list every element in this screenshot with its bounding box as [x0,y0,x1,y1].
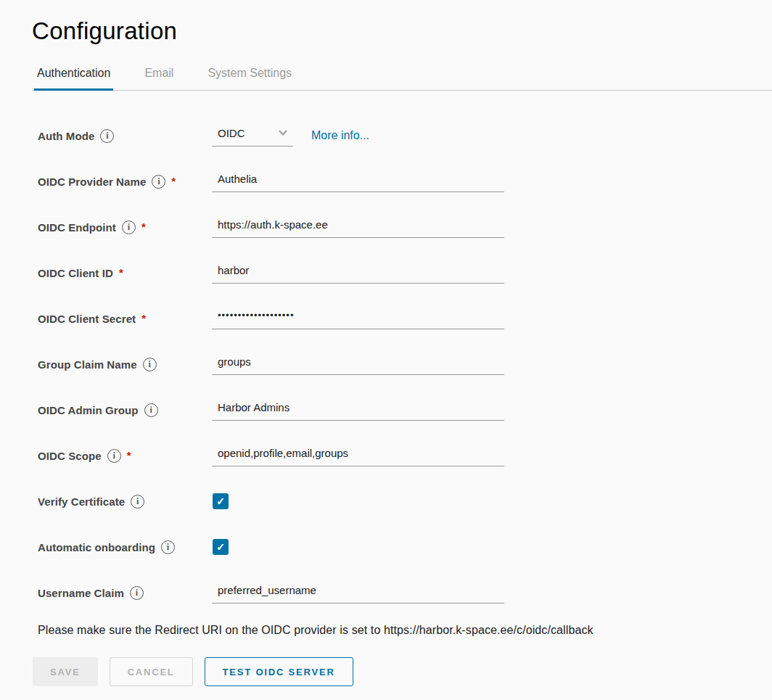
oidc-endpoint-label: OIDC Endpoint [38,221,116,234]
required-marker: * [171,173,176,189]
page-title: Configuration [32,17,772,45]
info-icon[interactable]: i [122,221,136,234]
info-icon[interactable]: i [144,403,158,417]
tab-email[interactable]: Email [141,65,176,90]
auth-settings-form: Auth Mode i OIDC More info... OIDC Provi… [32,121,772,686]
verify-certificate-label: Verify Certificate [38,495,125,508]
form-row-oidc-client-secret: OIDC Client Secret * [32,304,772,333]
required-marker: * [119,265,123,281]
oidc-provider-name-input[interactable] [212,171,504,192]
form-row-oidc-client-id: OIDC Client ID * [32,258,772,287]
auth-mode-select[interactable]: OIDC [212,125,293,147]
verify-certificate-checkbox[interactable]: ✓ [213,493,229,509]
chevron-down-icon [279,127,287,135]
info-icon[interactable]: i [107,449,121,463]
info-icon[interactable]: i [143,358,157,371]
form-row-auth-mode: Auth Mode i OIDC More info... [32,121,772,150]
tab-authentication[interactable]: Authentication [34,65,113,90]
username-claim-label: Username Claim [38,587,124,599]
cancel-button[interactable]: CANCEL [110,657,193,686]
oidc-admin-group-input[interactable] [212,400,504,421]
tab-bar: Authentication Email System Settings [32,65,772,91]
redirect-uri-note: Please make sure the Redirect URI on the… [38,624,772,637]
required-marker: * [127,448,131,464]
save-button[interactable]: SAVE [33,657,98,686]
required-marker: * [141,310,146,326]
tab-system-settings[interactable]: System Settings [205,65,295,90]
username-claim-input[interactable] [212,582,504,604]
oidc-provider-name-label: OIDC Provider Name [38,176,146,188]
form-row-oidc-endpoint: OIDC Endpoint i * [32,213,772,242]
oidc-client-id-label: OIDC Client ID [38,267,113,279]
more-info-link[interactable]: More info... [311,129,369,142]
action-buttons: SAVE CANCEL TEST OIDC SERVER [33,657,772,686]
info-icon[interactable]: i [130,586,144,600]
form-row-oidc-admin-group: OIDC Admin Group i [32,395,772,424]
info-icon[interactable]: i [152,175,165,189]
oidc-scope-input[interactable] [212,445,504,466]
group-claim-name-label: Group Claim Name [38,358,137,371]
oidc-client-secret-input[interactable] [212,308,504,329]
auth-mode-selected-value: OIDC [218,127,245,139]
automatic-onboarding-label: Automatic onboarding [38,541,155,553]
oidc-endpoint-input[interactable] [212,217,504,238]
form-row-automatic-onboarding: Automatic onboarding i ✓ [32,532,772,561]
group-claim-name-input[interactable] [212,354,504,375]
oidc-client-id-input[interactable] [212,263,504,284]
form-row-verify-certificate: Verify Certificate i ✓ [32,487,772,516]
info-icon[interactable]: i [100,129,114,143]
form-row-oidc-scope: OIDC Scope i * [32,441,772,470]
test-oidc-server-button[interactable]: TEST OIDC SERVER [205,657,353,686]
oidc-admin-group-label: OIDC Admin Group [38,404,139,416]
oidc-client-secret-label: OIDC Client Secret [38,313,136,325]
automatic-onboarding-checkbox[interactable]: ✓ [213,539,229,555]
form-row-username-claim: Username Claim i [32,578,772,607]
info-icon[interactable]: i [131,495,144,508]
form-row-oidc-provider-name: OIDC Provider Name i * [32,167,772,196]
oidc-scope-label: OIDC Scope [38,450,102,462]
info-icon[interactable]: i [161,540,175,554]
auth-mode-label: Auth Mode [38,130,94,142]
configuration-page: Configuration Authentication Email Syste… [0,0,772,686]
form-row-group-claim-name: Group Claim Name i [32,350,772,379]
required-marker: * [141,219,146,235]
